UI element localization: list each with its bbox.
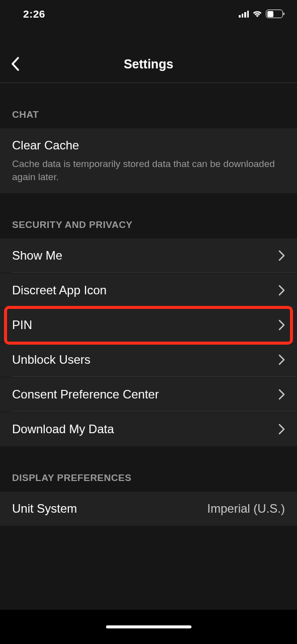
wifi-icon <box>252 10 262 18</box>
pin-label: PIN <box>12 318 32 332</box>
consent-preference-center-row[interactable]: Consent Preference Center <box>0 377 297 412</box>
chevron-right-icon <box>278 424 285 435</box>
download-my-data-row[interactable]: Download My Data <box>0 412 297 446</box>
pin-row[interactable]: PIN <box>0 308 297 343</box>
chevron-right-icon <box>278 250 285 261</box>
chevron-right-icon <box>278 285 285 296</box>
status-indicators: 38 <box>239 10 283 18</box>
section-header-security: SECURITY AND PRIVACY <box>0 193 297 238</box>
chevron-right-icon <box>278 389 285 400</box>
page-title: Settings <box>124 57 173 71</box>
chevron-right-icon <box>278 319 285 331</box>
section-header-chat: CHAT <box>0 83 297 128</box>
home-indicator-bar <box>0 610 297 644</box>
settings-content: CHAT Clear Cache Cache data is temporari… <box>0 83 297 644</box>
home-indicator[interactable] <box>106 625 191 628</box>
back-button[interactable] <box>5 54 25 74</box>
discreet-app-icon-label: Discreet App Icon <box>12 283 107 297</box>
unit-system-row[interactable]: Unit System Imperial (U.S.) <box>0 492 297 526</box>
show-me-label: Show Me <box>12 249 62 263</box>
show-me-row[interactable]: Show Me <box>0 238 297 273</box>
nav-header: Settings <box>0 45 297 83</box>
unit-system-value: Imperial (U.S.) <box>207 502 285 516</box>
discreet-app-icon-row[interactable]: Discreet App Icon <box>0 273 297 308</box>
unblock-users-row[interactable]: Unblock Users <box>0 343 297 377</box>
unblock-users-label: Unblock Users <box>12 353 90 367</box>
cellular-icon <box>239 11 249 18</box>
chevron-right-icon <box>278 354 285 365</box>
clear-cache-row[interactable]: Clear Cache Cache data is temporarily st… <box>0 128 297 193</box>
consent-preference-center-label: Consent Preference Center <box>12 387 159 401</box>
clear-cache-description: Cache data is temporarily stored data th… <box>12 157 285 183</box>
download-my-data-label: Download My Data <box>12 422 114 436</box>
unit-system-label: Unit System <box>12 502 77 516</box>
status-bar: 2:26 38 <box>0 0 297 28</box>
chevron-left-icon <box>11 57 19 71</box>
battery-icon: 38 <box>266 10 283 18</box>
clear-cache-label: Clear Cache <box>12 138 285 152</box>
status-time: 2:26 <box>23 8 45 20</box>
section-header-display: DISPLAY PREFERENCES <box>0 446 297 492</box>
